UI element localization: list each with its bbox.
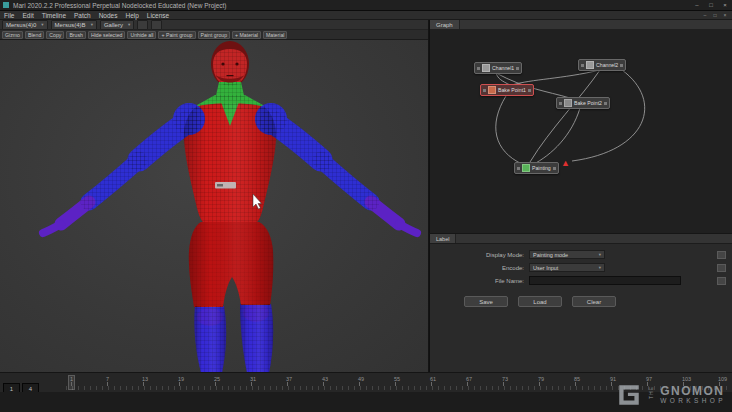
- toolbar-button-gizmo[interactable]: Gizmo: [2, 31, 23, 39]
- frame-tick-31: 31: [250, 376, 256, 386]
- input-port-icon[interactable]: [477, 67, 480, 70]
- object-selector-combo[interactable]: Mersus(4)0 ▾: [2, 20, 48, 30]
- property-label: Display Mode:: [434, 252, 524, 258]
- shader-selector-combo[interactable]: Mersus(4)B ▾: [51, 20, 97, 30]
- row-menu-icon[interactable]: [717, 251, 726, 259]
- shading-overlay: [184, 103, 276, 373]
- frame-tick-1: 1: [70, 376, 73, 386]
- toolbar-button-blend[interactable]: Blend: [25, 31, 44, 39]
- app-icon: [3, 2, 9, 8]
- graph-node-bake-point1[interactable]: Bake Point1: [480, 84, 534, 96]
- timeline-ruler[interactable]: 17131925313743495561677379859197103109: [66, 375, 730, 390]
- mdi-close-button[interactable]: ×: [720, 12, 730, 18]
- viewport-widget[interactable]: [215, 182, 236, 189]
- titlebar: Mari 2020.2.2 Professional Perpetual Nod…: [0, 0, 732, 11]
- warning-icon[interactable]: ▲: [561, 159, 570, 168]
- display-mode-dropdown[interactable]: Painting mode▾: [529, 250, 605, 259]
- properties-header-tab[interactable]: Label: [430, 234, 456, 243]
- toolbar-icon-button[interactable]: [151, 20, 162, 30]
- tab-graph[interactable]: Graph: [430, 20, 460, 29]
- toolbar-button-unhide-all[interactable]: Unhide all: [127, 31, 156, 39]
- toolbar-button-copy[interactable]: Copy: [46, 31, 64, 39]
- property-row-display-mode: Display Mode:Painting mode▾: [430, 248, 732, 261]
- window-title: Mari 2020.2.2 Professional Perpetual Nod…: [13, 2, 227, 9]
- output-port-icon[interactable]: [528, 89, 531, 92]
- graph-node-channel2[interactable]: Channel2: [578, 59, 626, 71]
- mdi-minimize-button[interactable]: –: [700, 12, 710, 18]
- menu-timeline[interactable]: Timeline: [38, 12, 70, 19]
- chevron-down-icon: ▾: [599, 252, 601, 257]
- status-bar: [0, 392, 732, 412]
- node-label: Channel2: [596, 62, 618, 68]
- properties-panel: Label Display Mode:Painting mode▾Encode:…: [429, 233, 732, 372]
- toolbar-button-paint-group[interactable]: Paint group: [198, 31, 231, 39]
- output-port-icon[interactable]: [604, 102, 607, 105]
- property-label: Encode:: [434, 265, 524, 271]
- menu-patch[interactable]: Patch: [70, 12, 95, 19]
- properties-panel-header: Label: [430, 234, 732, 244]
- node-graph-canvas[interactable]: Channel1Channel2Bake Point1Bake Point2Pa…: [430, 29, 732, 233]
- node-label: Painting: [532, 165, 551, 171]
- chevron-down-icon: ▾: [91, 22, 93, 27]
- frame-tick-49: 49: [358, 376, 364, 386]
- frame-tick-25: 25: [214, 376, 220, 386]
- output-port-icon[interactable]: [553, 167, 556, 170]
- toolbar-button-paint-group[interactable]: + Paint group: [158, 31, 195, 39]
- row-menu-icon[interactable]: [717, 264, 726, 272]
- mdi-controls: – □ ×: [700, 12, 732, 18]
- menu-license[interactable]: License: [143, 12, 173, 19]
- output-port-icon[interactable]: [516, 67, 519, 70]
- file-name-input[interactable]: [529, 276, 681, 285]
- chevron-down-icon: ▾: [41, 22, 43, 27]
- toolbar-icon-button[interactable]: [137, 20, 148, 30]
- viewport-3d[interactable]: [0, 39, 428, 372]
- encode-dropdown[interactable]: User Input▾: [529, 263, 605, 272]
- frame-tick-103: 103: [682, 376, 691, 386]
- gallery-selector-combo[interactable]: Gallery ▾: [100, 20, 134, 30]
- input-port-icon[interactable]: [559, 102, 562, 105]
- input-port-icon[interactable]: [483, 89, 486, 92]
- frame-tick-67: 67: [466, 376, 472, 386]
- menu-file[interactable]: File: [0, 12, 18, 19]
- toolbar-button-material[interactable]: Material: [263, 31, 287, 39]
- minimize-button[interactable]: –: [690, 0, 704, 11]
- toolbar-actions: GizmoBlendCopyBrushHide selectedUnhide a…: [0, 30, 428, 39]
- frame-tick-19: 19: [178, 376, 184, 386]
- toolbar-button-material[interactable]: + Material: [232, 31, 261, 39]
- combo-value: Mersus(4)B: [55, 22, 86, 28]
- input-port-icon[interactable]: [581, 64, 584, 67]
- combo-value: Gallery: [104, 22, 123, 28]
- graph-node-painting[interactable]: Painting: [514, 162, 559, 174]
- row-menu-icon[interactable]: [717, 277, 726, 285]
- menu-nodes[interactable]: Nodes: [95, 12, 122, 19]
- property-row-file-name: File Name:: [430, 274, 732, 287]
- graph-node-channel1[interactable]: Channel1: [474, 62, 522, 74]
- toolbar-button-hide-selected[interactable]: Hide selected: [88, 31, 125, 39]
- close-button[interactable]: ×: [718, 0, 732, 11]
- node-label: Channel1: [492, 65, 514, 71]
- clear-button[interactable]: Clear: [572, 296, 616, 307]
- graph-node-bake-point2[interactable]: Bake Point2: [556, 97, 610, 109]
- left-fingers-mesh[interactable]: [43, 224, 61, 233]
- character-mesh[interactable]: [43, 41, 417, 373]
- save-button[interactable]: Save: [464, 296, 508, 307]
- right-fingers-mesh[interactable]: [399, 224, 417, 233]
- input-port-icon[interactable]: [517, 167, 520, 170]
- menu-edit[interactable]: Edit: [18, 12, 37, 19]
- node-thumbnail-icon: [482, 64, 490, 72]
- chevron-down-icon: ▾: [128, 22, 130, 27]
- properties-rows: Display Mode:Painting mode▾Encode:User I…: [430, 248, 732, 287]
- node-label: Bake Point2: [574, 100, 602, 106]
- properties-buttons: SaveLoadClear: [464, 296, 732, 307]
- frame-tick-79: 79: [538, 376, 544, 386]
- load-button[interactable]: Load: [518, 296, 562, 307]
- chevron-down-icon: ▾: [599, 265, 601, 270]
- mdi-restore-button[interactable]: □: [710, 12, 720, 18]
- menubar: FileEditTimelinePatchNodesHelpLicense – …: [0, 11, 732, 20]
- toolbar-button-brush[interactable]: Brush: [66, 31, 86, 39]
- menu-help[interactable]: Help: [121, 12, 142, 19]
- output-port-icon[interactable]: [620, 64, 623, 67]
- node-thumbnail-icon: [564, 99, 572, 107]
- frame-tick-109: 109: [718, 376, 727, 386]
- maximize-button[interactable]: □: [704, 0, 718, 11]
